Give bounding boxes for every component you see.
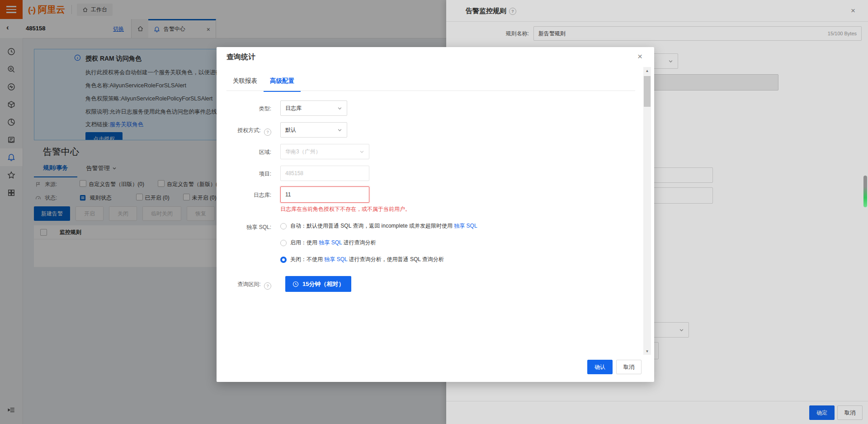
time-range-value: 15分钟（相对） <box>302 280 344 288</box>
logstore-value: 11 <box>285 191 291 198</box>
time-range-button[interactable]: 15分钟（相对） <box>285 276 351 292</box>
tab-advanced-config[interactable]: 高级配置 <box>264 73 301 92</box>
project-label: 项目: <box>222 170 271 178</box>
modal-cancel-button[interactable]: 取消 <box>616 360 642 374</box>
radio-text-suffix: 进行查询分析 <box>342 239 376 246</box>
chevron-down-icon <box>359 149 364 154</box>
region-value: 华南3（广州） <box>285 148 321 156</box>
chevron-down-icon <box>337 128 342 133</box>
type-label: 类型: <box>222 105 271 113</box>
tabs-divider <box>226 91 635 91</box>
chevron-down-icon <box>337 106 342 111</box>
tab-advanced-config-label: 高级配置 <box>270 77 294 84</box>
type-value: 日志库 <box>285 105 302 112</box>
dedicated-sql-link[interactable]: 独享 SQL <box>319 239 342 246</box>
query-range-label: 查询区间: ? <box>212 281 271 290</box>
auth-mode-select[interactable]: 默认 <box>280 122 347 138</box>
radio-icon[interactable] <box>280 223 287 229</box>
dedicated-sql-label: 独享 SQL: <box>222 224 271 231</box>
dedicated-sql-link[interactable]: 独享 SQL <box>324 256 347 262</box>
auth-mode-value: 默认 <box>285 126 296 134</box>
modal-ok-button[interactable]: 确认 <box>587 360 613 374</box>
scroll-up-arrow[interactable]: ▲ <box>643 67 651 74</box>
modal-close-icon[interactable]: × <box>637 52 642 62</box>
radio-text-suffix: 进行查询分析，使用普通 SQL 查询分析 <box>347 256 444 262</box>
radio-enable-text: 启用：使用 独享 SQL 进行查询分析 <box>290 239 376 247</box>
query-range-label-text: 查询区间: <box>237 281 260 287</box>
logstore-error-message: 日志库在当前角色授权下不存在，或不属于当前用户。 <box>280 205 410 213</box>
radio-selected-icon[interactable] <box>280 257 287 263</box>
modal-scrollbar[interactable]: ▲ ▼ <box>643 67 651 355</box>
modal-title: 查询统计 <box>226 52 255 62</box>
radio-enable[interactable]: 启用：使用 独享 SQL 进行查询分析 <box>280 239 376 247</box>
radio-icon[interactable] <box>280 240 287 246</box>
help-icon[interactable]: ? <box>264 282 271 290</box>
help-icon[interactable]: ? <box>264 129 271 136</box>
radio-auto[interactable]: 自动：默认使用普通 SQL 查询，返回 incomplete 或并发超限时使用 … <box>280 222 477 230</box>
type-select[interactable]: 日志库 <box>280 100 347 116</box>
radio-text-prefix: 关闭：不使用 <box>290 256 324 262</box>
modal-scrollbar-thumb[interactable] <box>644 76 651 107</box>
radio-text-prefix: 启用：使用 <box>290 239 319 246</box>
project-input[interactable]: 485158 <box>280 166 369 181</box>
auth-mode-label: 授权方式: ? <box>212 127 271 136</box>
scroll-down-arrow[interactable]: ▼ <box>643 348 651 355</box>
query-statistics-modal: 查询统计 × 关联报表 高级配置 类型: 日志库 授权方式: ? 默认 区域: … <box>217 47 654 382</box>
tab-related-report[interactable]: 关联报表 <box>226 73 264 92</box>
region-select[interactable]: 华南3（广州） <box>280 144 369 159</box>
page-scrollbar-thumb[interactable] <box>863 176 867 207</box>
logstore-label: 日志库: <box>222 191 271 199</box>
region-label: 区域: <box>222 148 271 156</box>
tab-related-report-label: 关联报表 <box>233 77 257 84</box>
auth-mode-label-text: 授权方式: <box>237 127 260 133</box>
modal-tabs: 关联报表 高级配置 <box>226 73 301 92</box>
dedicated-sql-link[interactable]: 独享 SQL <box>454 223 477 229</box>
radio-auto-text: 自动：默认使用普通 SQL 查询，返回 incomplete 或并发超限时使用 … <box>290 222 477 230</box>
clock-icon <box>292 281 299 287</box>
radio-disable[interactable]: 关闭：不使用 独享 SQL 进行查询分析，使用普通 SQL 查询分析 <box>280 256 444 263</box>
radio-text-prefix: 自动：默认使用普通 SQL 查询，返回 incomplete 或并发超限时使用 <box>290 223 454 229</box>
screen: (-) 阿里云 工作台 ‹ 485158 切换 告警中心 × <box>0 0 868 424</box>
project-value: 485158 <box>285 170 303 176</box>
logstore-input[interactable]: 11 <box>280 186 369 203</box>
radio-disable-text: 关闭：不使用 独享 SQL 进行查询分析，使用普通 SQL 查询分析 <box>290 256 444 263</box>
